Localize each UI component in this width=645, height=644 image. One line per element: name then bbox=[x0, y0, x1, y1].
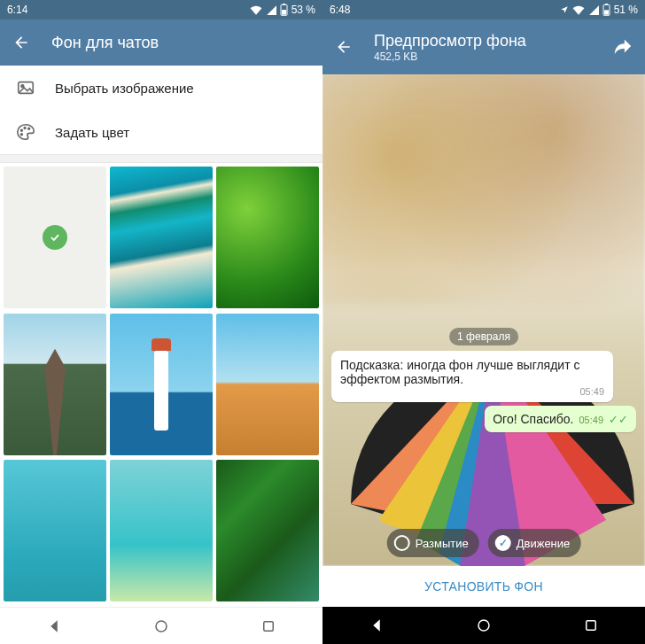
wallpaper-thumb[interactable] bbox=[110, 460, 213, 601]
nav-recent-icon[interactable] bbox=[583, 617, 599, 633]
battery-icon bbox=[280, 4, 288, 16]
menu-list: Выбрать изображение Задать цвет bbox=[0, 66, 322, 154]
appbar-subtitle: 452,5 KB bbox=[374, 50, 526, 63]
back-icon[interactable] bbox=[12, 34, 30, 51]
toggle-blur[interactable]: Размытие bbox=[387, 529, 479, 557]
wallpaper-thumb[interactable] bbox=[4, 314, 106, 455]
image-icon bbox=[16, 78, 35, 97]
apply-button[interactable]: УСТАНОВИТЬ ФОН bbox=[322, 566, 645, 607]
radio-off-icon bbox=[394, 535, 410, 551]
appbar-title: Предпросмотр фона bbox=[374, 32, 526, 50]
toggle-label: Размытие bbox=[416, 537, 469, 550]
location-icon bbox=[560, 4, 569, 15]
wifi-icon bbox=[572, 4, 585, 15]
svg-rect-2 bbox=[282, 10, 286, 15]
svg-point-4 bbox=[21, 85, 24, 88]
toggle-label: Движение bbox=[517, 537, 571, 550]
status-time: 6:48 bbox=[330, 4, 350, 16]
svg-point-7 bbox=[28, 128, 30, 129]
toggle-motion[interactable]: ✓ Движение bbox=[488, 529, 581, 557]
wallpaper-thumb[interactable] bbox=[216, 314, 319, 455]
nav-home-icon[interactable] bbox=[476, 617, 492, 633]
wallpaper-preview: 1 февраля Подсказка: иногда фон лучше вы… bbox=[322, 74, 645, 566]
svg-point-8 bbox=[21, 134, 23, 136]
app-bar: Предпросмотр фона 452,5 KB bbox=[322, 19, 645, 74]
screen-wallpaper-preview: 6:48 51 % Предпросмотр фона 452,5 KB bbox=[322, 0, 645, 644]
wallpaper-thumb[interactable] bbox=[216, 460, 319, 601]
wallpaper-grid bbox=[0, 163, 322, 607]
radio-on-icon: ✓ bbox=[495, 535, 511, 551]
svg-point-5 bbox=[21, 129, 23, 131]
wallpaper-thumb[interactable] bbox=[216, 167, 319, 308]
nav-home-icon[interactable] bbox=[153, 618, 169, 634]
appbar-title: Фон для чатов bbox=[51, 34, 159, 52]
divider bbox=[0, 154, 322, 163]
bubble-text: Подсказка: иногда фон лучше выглядит с э… bbox=[340, 358, 579, 386]
system-nav-bar bbox=[0, 607, 322, 644]
menu-set-color[interactable]: Задать цвет bbox=[0, 110, 322, 154]
back-icon[interactable] bbox=[335, 38, 353, 56]
svg-rect-13 bbox=[604, 10, 609, 14]
wallpaper-thumb[interactable] bbox=[4, 460, 106, 601]
menu-label: Задать цвет bbox=[55, 125, 129, 140]
svg-point-9 bbox=[156, 621, 167, 632]
palette-icon bbox=[16, 122, 35, 142]
wallpaper-thumb[interactable] bbox=[110, 314, 213, 455]
svg-rect-10 bbox=[264, 621, 274, 631]
nav-recent-icon[interactable] bbox=[260, 618, 276, 634]
nav-back-icon[interactable] bbox=[46, 618, 62, 634]
bubble-text: Ого! Спасибо. bbox=[493, 412, 573, 426]
selected-check-icon bbox=[43, 225, 67, 250]
menu-label: Выбрать изображение bbox=[55, 81, 194, 96]
svg-rect-16 bbox=[587, 621, 596, 631]
bubble-time: 05:49 bbox=[579, 415, 603, 425]
signal-icon bbox=[266, 4, 276, 15]
svg-point-6 bbox=[24, 128, 26, 129]
status-battery-text: 51 % bbox=[614, 4, 638, 16]
apply-label: УСТАНОВИТЬ ФОН bbox=[424, 579, 543, 594]
status-icons: 53 % bbox=[250, 4, 315, 16]
share-icon[interactable] bbox=[613, 37, 633, 57]
svg-rect-12 bbox=[605, 4, 608, 4]
menu-choose-image[interactable]: Выбрать изображение bbox=[0, 66, 322, 110]
app-bar: Фон для чатов bbox=[0, 19, 322, 66]
svg-point-15 bbox=[478, 620, 489, 631]
system-nav-bar bbox=[322, 607, 645, 644]
read-ticks-icon: ✓✓ bbox=[609, 413, 628, 426]
signal-icon bbox=[588, 4, 599, 15]
status-battery-text: 53 % bbox=[291, 4, 315, 16]
status-bar: 6:14 53 % bbox=[0, 0, 322, 19]
preview-options: Размытие ✓ Движение bbox=[387, 529, 581, 557]
chat-bubble-outgoing: Ого! Спасибо. 05:49 ✓✓ bbox=[485, 406, 636, 432]
wallpaper-image bbox=[322, 74, 645, 566]
status-icons: 51 % bbox=[560, 4, 638, 16]
status-bar: 6:48 51 % bbox=[322, 0, 645, 19]
screen-wallpaper-list: 6:14 53 % Фон для чатов Выбрать изображе… bbox=[0, 0, 322, 644]
chat-bubble-incoming: Подсказка: иногда фон лучше выглядит с э… bbox=[331, 351, 613, 402]
battery-icon bbox=[602, 4, 610, 16]
wallpaper-thumb-default[interactable] bbox=[4, 167, 106, 308]
svg-rect-1 bbox=[283, 4, 285, 4]
wifi-icon bbox=[250, 4, 262, 15]
date-chip: 1 февраля bbox=[449, 328, 518, 345]
nav-back-icon[interactable] bbox=[369, 617, 385, 633]
wallpaper-thumb[interactable] bbox=[110, 167, 213, 308]
status-time: 6:14 bbox=[7, 4, 27, 16]
bubble-time: 05:49 bbox=[340, 386, 604, 397]
